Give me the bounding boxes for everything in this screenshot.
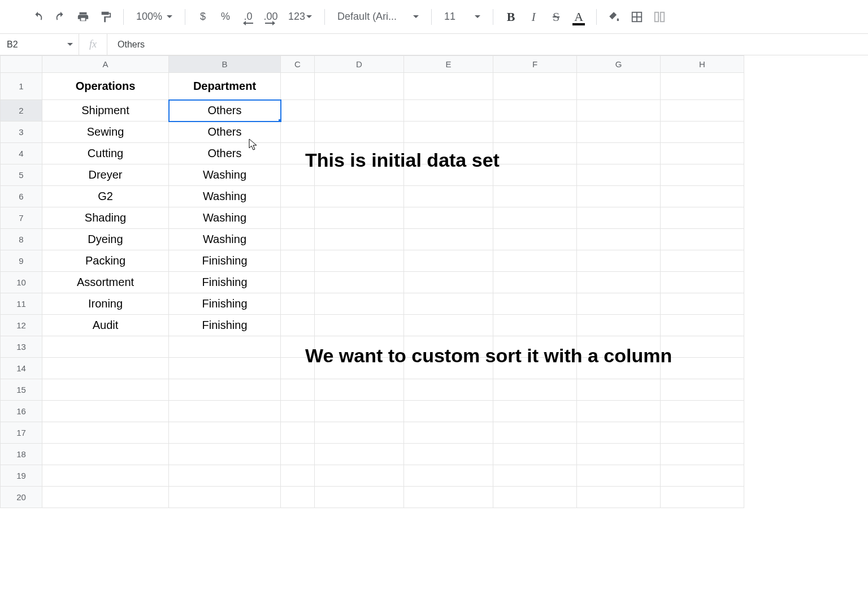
cell-A10[interactable]: Assortment: [42, 272, 169, 293]
cell-D9[interactable]: [315, 250, 404, 272]
cell-D16[interactable]: [315, 401, 404, 422]
merge-cells-button[interactable]: [650, 7, 669, 27]
cell-A11[interactable]: Ironing: [42, 293, 169, 315]
cell-B8[interactable]: Washing: [169, 229, 281, 250]
cell-A14[interactable]: [42, 358, 169, 379]
cell-E12[interactable]: [404, 315, 493, 336]
cell-H11[interactable]: [661, 293, 744, 315]
fill-color-button[interactable]: [605, 7, 624, 27]
cell-D15[interactable]: [315, 379, 404, 401]
cell-E11[interactable]: [404, 293, 493, 315]
cell-F10[interactable]: [493, 272, 577, 293]
cell-D12[interactable]: [315, 315, 404, 336]
cell-A8[interactable]: Dyeing: [42, 229, 169, 250]
name-box[interactable]: B2: [0, 34, 79, 55]
cell-E5[interactable]: [404, 164, 493, 186]
cell-G20[interactable]: [577, 487, 661, 508]
cell-H18[interactable]: [661, 444, 744, 465]
cell-E13[interactable]: [404, 336, 493, 358]
cell-A15[interactable]: [42, 379, 169, 401]
cell-F17[interactable]: [493, 422, 577, 444]
cell-G7[interactable]: [577, 207, 661, 229]
cell-F3[interactable]: [493, 122, 577, 143]
cell-D7[interactable]: [315, 207, 404, 229]
cell-F19[interactable]: [493, 465, 577, 487]
print-button[interactable]: [73, 7, 93, 27]
col-header-F[interactable]: F: [493, 56, 577, 73]
cell-F6[interactable]: [493, 186, 577, 207]
cell-E19[interactable]: [404, 465, 493, 487]
cell-F16[interactable]: [493, 401, 577, 422]
paint-format-button[interactable]: [96, 7, 115, 27]
select-all-corner[interactable]: [1, 56, 42, 73]
cell-C16[interactable]: [281, 401, 315, 422]
formula-input[interactable]: Others: [107, 34, 868, 55]
cell-C7[interactable]: [281, 207, 315, 229]
increase-decimal-button[interactable]: .00: [261, 7, 280, 27]
cell-G10[interactable]: [577, 272, 661, 293]
row-header-19[interactable]: 19: [1, 465, 42, 487]
cell-A19[interactable]: [42, 465, 169, 487]
row-header-5[interactable]: 5: [1, 164, 42, 186]
cell-A1[interactable]: Operations: [42, 73, 169, 100]
cell-B4[interactable]: Others: [169, 143, 281, 164]
cell-B2[interactable]: Others: [169, 100, 281, 122]
col-header-D[interactable]: D: [315, 56, 404, 73]
cell-A6[interactable]: G2: [42, 186, 169, 207]
text-color-button[interactable]: A: [569, 7, 588, 27]
cell-B11[interactable]: Finishing: [169, 293, 281, 315]
cell-G19[interactable]: [577, 465, 661, 487]
cell-E20[interactable]: [404, 487, 493, 508]
cell-E3[interactable]: [404, 122, 493, 143]
cell-A13[interactable]: [42, 336, 169, 358]
cell-H1[interactable]: [661, 73, 744, 100]
row-header-12[interactable]: 12: [1, 315, 42, 336]
cell-B7[interactable]: Washing: [169, 207, 281, 229]
cell-H17[interactable]: [661, 422, 744, 444]
cell-C20[interactable]: [281, 487, 315, 508]
cell-G3[interactable]: [577, 122, 661, 143]
cell-D3[interactable]: [315, 122, 404, 143]
cell-C12[interactable]: [281, 315, 315, 336]
cell-A18[interactable]: [42, 444, 169, 465]
cell-E4[interactable]: [404, 143, 493, 164]
cell-E16[interactable]: [404, 401, 493, 422]
cell-C9[interactable]: [281, 250, 315, 272]
cell-F18[interactable]: [493, 444, 577, 465]
cell-C17[interactable]: [281, 422, 315, 444]
cell-F13[interactable]: [493, 336, 577, 358]
cell-A4[interactable]: Cutting: [42, 143, 169, 164]
cell-D20[interactable]: [315, 487, 404, 508]
cell-H3[interactable]: [661, 122, 744, 143]
cell-C10[interactable]: [281, 272, 315, 293]
strikethrough-button[interactable]: S: [546, 7, 566, 27]
cell-C15[interactable]: [281, 379, 315, 401]
cell-B16[interactable]: [169, 401, 281, 422]
cell-E17[interactable]: [404, 422, 493, 444]
cell-G15[interactable]: [577, 379, 661, 401]
cell-D14[interactable]: [315, 358, 404, 379]
cell-G2[interactable]: [577, 100, 661, 122]
cell-E1[interactable]: [404, 73, 493, 100]
cell-D6[interactable]: [315, 186, 404, 207]
row-header-18[interactable]: 18: [1, 444, 42, 465]
row-header-16[interactable]: 16: [1, 401, 42, 422]
cell-H16[interactable]: [661, 401, 744, 422]
cell-B10[interactable]: Finishing: [169, 272, 281, 293]
cell-B13[interactable]: [169, 336, 281, 358]
cell-F9[interactable]: [493, 250, 577, 272]
cell-A12[interactable]: Audit: [42, 315, 169, 336]
cell-D8[interactable]: [315, 229, 404, 250]
cell-D11[interactable]: [315, 293, 404, 315]
row-header-8[interactable]: 8: [1, 229, 42, 250]
selection-handle[interactable]: [278, 119, 281, 122]
percent-button[interactable]: %: [216, 7, 235, 27]
cell-G18[interactable]: [577, 444, 661, 465]
cell-A17[interactable]: [42, 422, 169, 444]
col-header-C[interactable]: C: [281, 56, 315, 73]
row-header-10[interactable]: 10: [1, 272, 42, 293]
row-header-15[interactable]: 15: [1, 379, 42, 401]
cell-C2[interactable]: [281, 100, 315, 122]
cell-E18[interactable]: [404, 444, 493, 465]
cell-D10[interactable]: [315, 272, 404, 293]
